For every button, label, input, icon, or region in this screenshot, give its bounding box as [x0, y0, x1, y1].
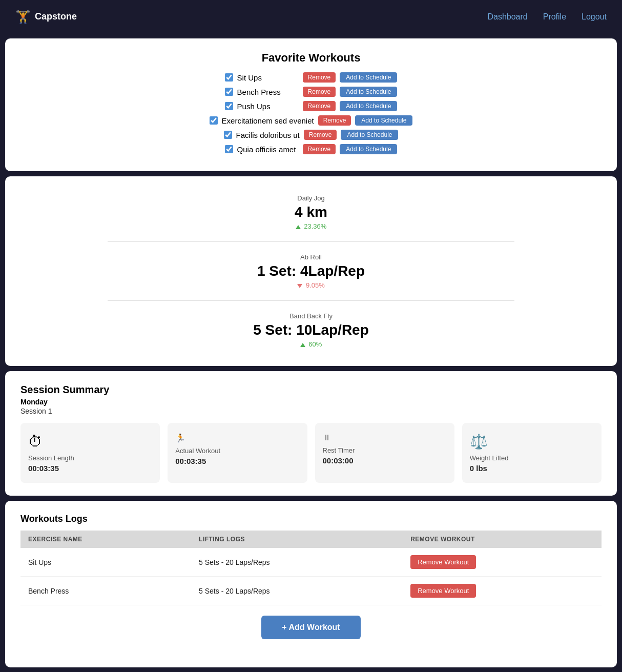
remove-button-pushups[interactable]: Remove [303, 101, 336, 111]
session-cards-container: ⏱ Session Length 00:03:35 🏃 Actual Worko… [20, 423, 602, 483]
stat-value: 5 Set: 10Lap/Rep [20, 322, 602, 338]
favorite-workouts-title: Favorite Workouts [20, 51, 602, 65]
schedule-button-exercitationem[interactable]: Add to Schedule [355, 115, 412, 126]
workout-checkbox-exercitationem[interactable] [210, 116, 218, 125]
table-row: Sit Ups 5 Sets - 20 Laps/Reps Remove Wor… [20, 548, 602, 577]
list-item: Sit Ups Remove Add to Schedule [20, 72, 602, 83]
table-row: Bench Press 5 Sets - 20 Laps/Reps Remove… [20, 577, 602, 605]
remove-workout-button-situps[interactable]: Remove Workout [410, 555, 476, 569]
schedule-button-situps[interactable]: Add to Schedule [340, 72, 397, 83]
brand-icon: 🏋 [15, 10, 31, 24]
list-item: Facilis doloribus ut Remove Add to Sched… [20, 130, 602, 140]
add-workout-button[interactable]: + Add Workout [261, 616, 360, 639]
stat-divider [108, 241, 514, 242]
stat-change-down: 9.05% [20, 281, 602, 289]
session-card-label: Session Length [28, 454, 74, 462]
workout-name: Bench Press [237, 88, 299, 96]
stat-divider [108, 300, 514, 301]
table-body: Sit Ups 5 Sets - 20 Laps/Reps Remove Wor… [20, 548, 602, 605]
nav-links: Dashboard Profile Logout [487, 12, 607, 22]
workouts-logs-title: Workouts Logs [20, 514, 602, 524]
stat-change-up: 23.36% [20, 222, 602, 230]
workout-name: Facilis doloribus ut [236, 131, 300, 139]
remove-workout-cell: Remove Workout [403, 548, 602, 577]
weight-icon: ⚖️ [470, 433, 488, 450]
stat-value: 1 Set: 4Lap/Rep [20, 263, 602, 279]
session-card-weight: ⚖️ Weight Lifted 0 lbs [462, 423, 602, 483]
table-header: EXERCISE NAME LIFTING LOGS REMOVE WORKOU… [20, 531, 602, 548]
workout-name: Quia officiis amet [237, 145, 299, 154]
exercise-name-cell: Bench Press [20, 577, 191, 605]
stat-label: Daily Jog [20, 194, 602, 202]
stat-daily-jog: Daily Jog 4 km 23.36% [20, 189, 602, 235]
navbar: 🏋 Capstone Dashboard Profile Logout [0, 0, 622, 33]
triangle-down-icon [297, 284, 302, 288]
remove-button-quia[interactable]: Remove [303, 144, 336, 154]
favorite-workouts-section: Favorite Workouts Sit Ups Remove Add to … [5, 38, 617, 171]
schedule-button-facilis[interactable]: Add to Schedule [341, 130, 398, 140]
rest-icon: ⏸ [323, 433, 331, 442]
session-card-label: Actual Workout [175, 447, 220, 455]
session-card-value: 00:03:35 [175, 457, 206, 465]
remove-workout-cell: Remove Workout [403, 577, 602, 605]
stat-change-up: 60% [20, 340, 602, 348]
remove-button-situps[interactable]: Remove [303, 72, 336, 83]
nav-link-dashboard[interactable]: Dashboard [487, 12, 527, 22]
stat-label: Ab Roll [20, 253, 602, 261]
brand-name: Capstone [35, 11, 77, 22]
workout-checkbox-benchpress[interactable] [225, 88, 233, 96]
session-summary-title: Session Summary [20, 384, 602, 396]
stat-ab-roll: Ab Roll 1 Set: 4Lap/Rep 9.05% [20, 248, 602, 294]
nav-link-logout[interactable]: Logout [582, 12, 607, 22]
workouts-logs-table: EXERCISE NAME LIFTING LOGS REMOVE WORKOU… [20, 531, 602, 605]
session-card-value: 0 lbs [470, 464, 487, 473]
schedule-button-benchpress[interactable]: Add to Schedule [340, 87, 397, 97]
stats-section: Daily Jog 4 km 23.36% Ab Roll 1 Set: 4La… [5, 176, 617, 366]
table-header-row: EXERCISE NAME LIFTING LOGS REMOVE WORKOU… [20, 531, 602, 548]
remove-button-benchpress[interactable]: Remove [303, 87, 336, 97]
stat-label: Band Back Fly [20, 312, 602, 320]
session-summary-section: Session Summary Monday Session 1 ⏱ Sessi… [5, 371, 617, 496]
schedule-button-pushups[interactable]: Add to Schedule [340, 101, 397, 111]
workout-checkbox-quia[interactable] [225, 145, 233, 153]
remove-workout-button-benchpress[interactable]: Remove Workout [410, 584, 476, 598]
list-item: Push Ups Remove Add to Schedule [20, 101, 602, 111]
workout-name: Exercitationem sed eveniet [222, 116, 314, 125]
clock-icon: ⏱ [28, 433, 43, 450]
col-remove-workout: REMOVE WORKOUT [403, 531, 602, 548]
lifting-logs-cell: 5 Sets - 20 Laps/Reps [191, 577, 403, 605]
session-card-label: Weight Lifted [470, 454, 509, 462]
stat-change-value: 23.36% [304, 222, 326, 230]
session-day: Monday [20, 398, 602, 406]
session-card-actual: 🏃 Actual Workout 00:03:35 [168, 423, 307, 483]
workout-icon: 🏃 [175, 433, 185, 443]
session-card-value: 00:03:35 [28, 464, 59, 473]
triangle-up-icon [300, 343, 305, 347]
remove-button-exercitationem[interactable]: Remove [318, 115, 351, 126]
workout-checkbox-pushups[interactable] [225, 102, 233, 110]
stat-change-value: 9.05% [306, 281, 325, 289]
schedule-button-quia[interactable]: Add to Schedule [340, 144, 397, 154]
list-item: Quia officiis amet Remove Add to Schedul… [20, 144, 602, 154]
session-card-label: Rest Timer [323, 446, 355, 454]
exercise-name-cell: Sit Ups [20, 548, 191, 577]
remove-button-facilis[interactable]: Remove [304, 130, 337, 140]
nav-link-profile[interactable]: Profile [543, 12, 566, 22]
stat-change-value: 60% [308, 340, 322, 348]
brand: 🏋 Capstone [15, 10, 77, 24]
workout-name: Sit Ups [237, 73, 299, 82]
workout-checkbox-facilis[interactable] [224, 131, 232, 139]
list-item: Exercitationem sed eveniet Remove Add to… [20, 115, 602, 126]
session-card-length: ⏱ Session Length 00:03:35 [20, 423, 160, 483]
workout-name: Push Ups [237, 102, 299, 111]
workouts-logs-section: Workouts Logs EXERCISE NAME LIFTING LOGS… [5, 501, 617, 667]
stat-value: 4 km [20, 204, 602, 220]
triangle-up-icon [296, 225, 301, 229]
list-item: Bench Press Remove Add to Schedule [20, 87, 602, 97]
workout-checkbox-situps[interactable] [225, 73, 233, 82]
col-exercise-name: EXERCISE NAME [20, 531, 191, 548]
col-lifting-logs: LIFTING LOGS [191, 531, 403, 548]
session-number: Session 1 [20, 407, 602, 415]
lifting-logs-cell: 5 Sets - 20 Laps/Reps [191, 548, 403, 577]
add-workout-container: + Add Workout [20, 605, 602, 655]
